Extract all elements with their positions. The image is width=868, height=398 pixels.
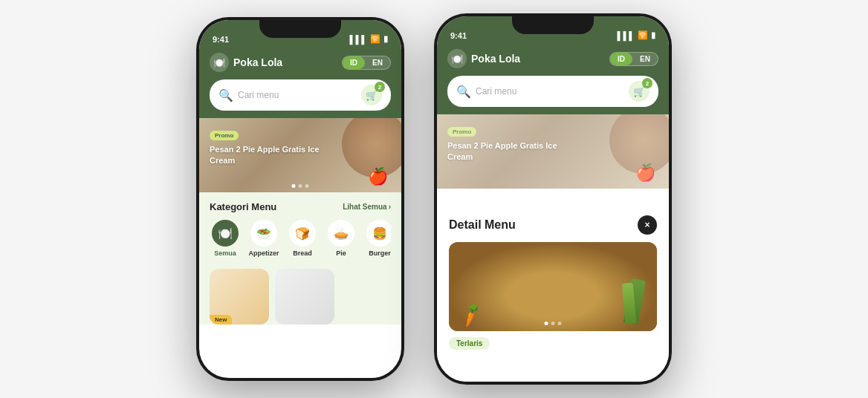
phone-left: 9:41 ▌▌▌ 🛜 ▮ 🍽️ Poka Lola ID EN 🔍 Cari m… <box>196 17 404 381</box>
banner-bg-right: Promo Pesan 2 Pie Apple Gratis Ice Cream… <box>437 114 669 189</box>
category-pie[interactable]: 🥧 Pie <box>326 220 357 257</box>
banner-apple-left: 🍎 <box>368 167 388 186</box>
status-icons-right: ▌▌▌ 🛜 ▮ <box>618 30 655 40</box>
cart-icon-left[interactable]: 🛒 2 <box>361 85 382 105</box>
screen-right: 9:41 ▌▌▌ 🛜 ▮ 🍽️ Poka Lola ID EN 🔍 Cari m… <box>437 16 669 382</box>
category-label-burger: Burger <box>369 249 391 257</box>
time-right: 9:41 <box>450 31 467 40</box>
banner-dots-left <box>292 184 309 188</box>
category-label-bread: Bread <box>293 249 312 257</box>
battery-icon-right: ▮ <box>651 30 655 40</box>
time-left: 9:41 <box>213 35 229 44</box>
banner-left: Promo Pesan 2 Pie Apple Gratis Ice Cream… <box>199 118 401 192</box>
notch-left <box>259 17 341 38</box>
detail-overlay: Detail Menu × 🥕 Terlaris <box>437 203 669 382</box>
logo-icon-left: 🍽️ <box>210 53 229 72</box>
app-logo-left: 🍽️ Poka Lola <box>210 53 282 72</box>
dot-3 <box>305 184 309 188</box>
food-image-container: 🥕 <box>449 242 657 331</box>
lang-id-right[interactable]: ID <box>610 53 632 65</box>
app-header-right: 🍽️ Poka Lola ID EN <box>437 45 669 76</box>
search-input-right[interactable]: 🔍 Cari menu 🛒 2 <box>447 76 658 107</box>
categories-section-left: Kategori Menu Lihat Semua › 🍽️ Semua 🥗 A… <box>199 192 401 263</box>
category-label-appetizer: Appetizer <box>248 249 279 257</box>
category-burger[interactable]: 🍔 Burger <box>364 220 391 257</box>
logo-icon-right: 🍽️ <box>447 49 467 68</box>
phone-right: 9:41 ▌▌▌ 🛜 ▮ 🍽️ Poka Lola ID EN 🔍 Cari m… <box>434 13 672 385</box>
food-grid-left: New <box>199 263 401 324</box>
category-appetizer[interactable]: 🥗 Appetizer <box>248 220 279 257</box>
screen-left: 9:41 ▌▌▌ 🛜 ▮ 🍽️ Poka Lola ID EN 🔍 Cari m… <box>199 20 401 378</box>
image-dot-2 <box>551 322 555 325</box>
signal-icon: ▌▌▌ <box>350 35 367 44</box>
dot-1 <box>292 184 296 188</box>
app-header-left: 🍽️ Poka Lola ID EN <box>199 48 401 79</box>
lang-toggle-right[interactable]: ID EN <box>609 52 658 66</box>
category-icon-appetizer: 🥗 <box>250 220 277 247</box>
terlaris-badge: Terlaris <box>449 337 490 350</box>
status-icons-left: ▌▌▌ 🛜 ▮ <box>350 34 388 44</box>
app-logo-right: 🍽️ Poka Lola <box>447 49 520 68</box>
image-dots <box>545 322 562 325</box>
see-all-left[interactable]: Lihat Semua › <box>343 203 391 211</box>
search-placeholder-left: Cari menu <box>238 90 357 100</box>
banner-right: Promo Pesan 2 Pie Apple Gratis Ice Cream… <box>437 114 669 189</box>
category-icon-bread: 🍞 <box>289 220 316 247</box>
search-placeholder-right: Cari menu <box>476 86 624 97</box>
search-bar-left: 🔍 Cari menu 🛒 2 <box>199 79 401 118</box>
new-badge: New <box>210 315 232 324</box>
promo-badge-right: Promo <box>447 127 476 137</box>
search-icon-right: 🔍 <box>456 85 471 99</box>
food-image-fried-rice: 🥕 <box>449 242 657 331</box>
lang-en-right[interactable]: EN <box>632 53 658 65</box>
lang-toggle-left[interactable]: ID EN <box>342 56 391 70</box>
categories-title-left: Kategori Menu <box>210 201 276 212</box>
banner-content-right: Promo Pesan 2 Pie Apple Gratis Ice Cream <box>447 123 559 163</box>
lang-id-left[interactable]: ID <box>343 56 365 69</box>
category-icon-burger: 🍔 <box>366 220 391 247</box>
battery-icon: ▮ <box>383 34 388 44</box>
detail-header: Detail Menu × <box>449 215 657 235</box>
category-icon-semua: 🍽️ <box>212 220 239 247</box>
app-name-right: Poka Lola <box>471 53 520 65</box>
promo-badge-left: Promo <box>210 131 239 140</box>
food-card-2[interactable] <box>275 269 334 324</box>
food-card-1[interactable]: New <box>210 269 269 324</box>
cart-badge-left: 2 <box>375 82 385 92</box>
carrot-decoration: 🥕 <box>456 300 486 329</box>
category-items-left: 🍽️ Semua 🥗 Appetizer 🍞 Bread 🥧 Pie 🍔 <box>210 220 391 257</box>
category-icon-pie: 🥧 <box>328 220 354 247</box>
banner-title-left: Pesan 2 Pie Apple Gratis Ice Cream <box>210 144 321 167</box>
category-bread[interactable]: 🍞 Bread <box>287 220 318 257</box>
category-label-pie: Pie <box>336 249 346 257</box>
wifi-icon: 🛜 <box>370 34 380 44</box>
banner-bg-left: Promo Pesan 2 Pie Apple Gratis Ice Cream… <box>199 118 401 192</box>
search-bar-right: 🔍 Cari menu 🛒 2 <box>437 76 669 114</box>
close-button[interactable]: × <box>638 215 657 235</box>
cart-badge-right: 2 <box>642 78 652 88</box>
banner-apple-right: 🍎 <box>635 163 655 183</box>
detail-title: Detail Menu <box>449 218 516 232</box>
image-dot-1 <box>545 322 548 325</box>
signal-icon-right: ▌▌▌ <box>618 31 635 40</box>
cart-icon-right[interactable]: 🛒 2 <box>629 81 650 102</box>
lang-en-left[interactable]: EN <box>365 56 390 69</box>
category-label-semua: Semua <box>214 249 236 257</box>
notch-right <box>512 13 594 34</box>
categories-header-left: Kategori Menu Lihat Semua › <box>210 201 391 212</box>
banner-content-left: Promo Pesan 2 Pie Apple Gratis Ice Cream <box>210 127 321 167</box>
wifi-icon-right: 🛜 <box>638 30 648 40</box>
app-name-left: Poka Lola <box>233 56 282 68</box>
image-dot-3 <box>558 322 562 325</box>
banner-title-right: Pesan 2 Pie Apple Gratis Ice Cream <box>447 140 559 163</box>
dot-2 <box>299 184 302 188</box>
category-semua[interactable]: 🍽️ Semua <box>210 220 241 257</box>
search-input-left[interactable]: 🔍 Cari menu 🛒 2 <box>210 79 391 111</box>
search-icon-left: 🔍 <box>218 88 233 102</box>
